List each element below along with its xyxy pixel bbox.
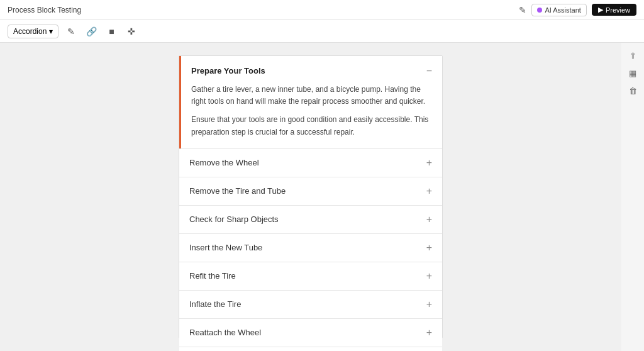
- accordion-container: Prepare Your Tools − Gather a tire lever…: [179, 55, 443, 338]
- expand-icon: +: [426, 271, 432, 281]
- chevron-down-icon: ▾: [49, 27, 53, 36]
- play-icon: ▶: [598, 6, 603, 14]
- expand-icon: +: [426, 328, 432, 338]
- list-item[interactable]: Remove the Wheel +: [179, 148, 442, 177]
- list-item[interactable]: Inflate the Tire +: [179, 290, 442, 318]
- ai-assistant-button[interactable]: AI Assistant: [531, 4, 586, 16]
- pencil-icon[interactable]: ✎: [64, 24, 79, 39]
- delete-button[interactable]: 🗑: [625, 83, 640, 98]
- top-bar-right: ✎ AI Assistant ▶ Preview: [519, 4, 636, 16]
- collapse-active-icon[interactable]: −: [426, 66, 432, 76]
- accordion-item-title: Refit the Tire: [189, 271, 236, 281]
- top-bar: Process Block Testing ✎ AI Assistant ▶ P…: [0, 0, 644, 20]
- ai-assistant-label: AI Assistant: [545, 6, 580, 14]
- accordion-label: Accordion: [13, 27, 47, 36]
- shield-icon[interactable]: ■: [104, 24, 119, 39]
- main-content: Prepare Your Tools − Gather a tire lever…: [0, 43, 644, 351]
- list-item[interactable]: Refit the Tire +: [179, 262, 442, 290]
- right-toolbar: ⇧ ▦ 🗑: [621, 43, 644, 351]
- active-item-header: Prepare Your Tools −: [191, 66, 432, 76]
- accordion-item-title: Inflate the Tire: [189, 299, 241, 309]
- move-up-button[interactable]: ⇧: [625, 48, 640, 63]
- list-item[interactable]: Remove the Tire and Tube +: [179, 177, 442, 205]
- move-icon[interactable]: ✜: [124, 24, 139, 39]
- active-item-title: Prepare Your Tools: [191, 66, 265, 75]
- accordion-item-title: Remove the Wheel: [189, 158, 259, 167]
- link-icon[interactable]: 🔗: [84, 24, 99, 39]
- active-item-para-1: Gather a tire lever, a new inner tube, a…: [191, 84, 432, 108]
- expand-icon: +: [426, 214, 432, 225]
- app-title: Process Block Testing: [8, 6, 81, 14]
- chat-icon[interactable]: ✎: [519, 5, 526, 15]
- expand-icon: +: [426, 299, 432, 309]
- expand-icon: +: [426, 186, 432, 196]
- accordion-item-title: Remove the Tire and Tube: [189, 186, 286, 196]
- active-item-para-2: Ensure that your tools are in good condi…: [191, 114, 432, 138]
- center-panel: Prepare Your Tools − Gather a tire lever…: [0, 43, 621, 351]
- accordion-item-active: Prepare Your Tools − Gather a tire lever…: [179, 56, 442, 148]
- copy-button[interactable]: ▦: [625, 65, 640, 81]
- preview-button[interactable]: ▶ Preview: [592, 4, 636, 16]
- ai-icon: [537, 8, 542, 13]
- list-item[interactable]: Insert the New Tube +: [179, 233, 442, 262]
- list-item[interactable]: Test the Repair +: [179, 347, 442, 351]
- accordion-item-title: Reattach the Wheel: [189, 328, 261, 337]
- expand-icon: +: [426, 158, 432, 168]
- accordion-item-title: Check for Sharp Objects: [189, 214, 279, 224]
- accordion-item-title: Insert the New Tube: [189, 243, 262, 252]
- preview-label: Preview: [606, 6, 630, 14]
- accordion-dropdown[interactable]: Accordion ▾: [8, 25, 58, 38]
- list-item[interactable]: Reattach the Wheel +: [179, 318, 442, 347]
- expand-icon: +: [426, 243, 432, 253]
- active-item-body: Gather a tire lever, a new inner tube, a…: [191, 84, 432, 138]
- list-item[interactable]: Check for Sharp Objects +: [179, 205, 442, 233]
- toolbar: Accordion ▾ ✎ 🔗 ■ ✜: [0, 20, 644, 43]
